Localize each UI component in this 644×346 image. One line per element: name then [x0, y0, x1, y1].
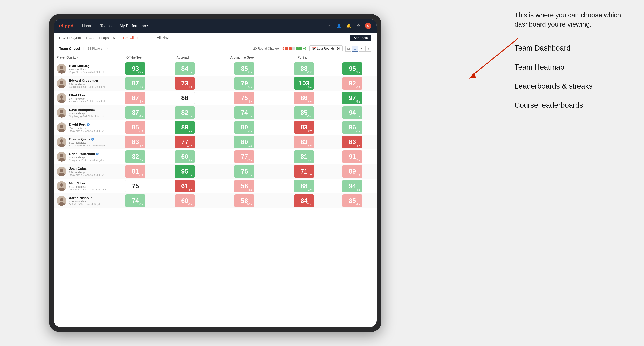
col-approach[interactable]: Approach — [161, 54, 209, 61]
score-cell-4-0: 85 -3▼ [110, 120, 161, 135]
settings-icon[interactable]: ⚙ [355, 23, 362, 29]
score-box: 81 -3▼ [125, 165, 146, 178]
score-value: 77 [241, 154, 248, 160]
profile-icon[interactable]: 👤 [336, 23, 342, 29]
player-handicap: 1-5 Handicap [69, 171, 108, 173]
score-value: 85 [349, 198, 356, 204]
edit-icon[interactable]: ✎ [106, 47, 109, 50]
score-value: 89 [181, 124, 188, 131]
player-info: David Ford✓ Plus Handicap Royal North De… [69, 123, 108, 132]
player-info: Chris Robertson✓ 1-5 Handicap Craigmilla… [69, 152, 108, 162]
ipad-frame: clippd Home Teams My Performance ⌕ 👤 🔔 ⚙… [49, 14, 382, 332]
player-cell-0[interactable]: Blair McHarg Plus Handicap Royal North D… [54, 61, 110, 76]
avatar[interactable]: U [365, 23, 371, 29]
search-icon[interactable]: ⌕ [326, 23, 332, 29]
svg-point-13 [60, 125, 63, 128]
player-club: St. George's Hill GC - Weybridge, Surrey… [69, 144, 108, 147]
player-handicap: 6-10 Handicap [69, 185, 108, 188]
score-cell-2-0: 87 -3▼ [110, 91, 161, 105]
score-cell-9-4: 85 -4▼ [328, 193, 376, 208]
player-info: Edward Crossman 1-5 Handicap Sunningdale… [69, 79, 108, 88]
score-box: 89 -2▼ [342, 165, 362, 178]
score-box: 58 4▲ [234, 180, 254, 192]
subnav-tour[interactable]: Tour [145, 35, 152, 41]
player-cell-6[interactable]: Chris Robertson✓ 1-5 Handicap Craigmilla… [54, 149, 110, 164]
view-list-btn[interactable]: ≡ [359, 46, 365, 51]
score-box: 80 1▲ [234, 136, 254, 148]
view-grid-btn[interactable]: ▦ [346, 46, 352, 51]
score-box: 88 -2▼ [294, 180, 314, 192]
view-heatmap-btn[interactable]: ▤ [352, 46, 358, 51]
score-cell-1-1: 73 -11▼ [161, 76, 209, 91]
score-value: 81 [300, 154, 308, 160]
score-value: 75 [241, 168, 248, 174]
score-cell-6-3: 81 4▲ [280, 149, 328, 164]
nav-my-performance[interactable]: My Performance [118, 23, 149, 29]
subnav-all-players[interactable]: All Players [157, 35, 173, 41]
option-team-heatmap: Team Heatmap [514, 62, 634, 72]
score-change: -11▼ [306, 173, 312, 177]
player-cell-9[interactable]: Aaron Nicholls 11-15 Handicap Drift Golf… [54, 193, 110, 208]
col-putting[interactable]: Putting — [280, 54, 328, 61]
score-value: 74 [132, 198, 139, 204]
score-change: -3▼ [138, 100, 144, 103]
score-change: -2▼ [356, 173, 361, 177]
subnav-pga[interactable]: PGA [86, 35, 94, 41]
dashboard-options: Team Dashboard Team Heatmap Leaderboards… [514, 43, 634, 110]
score-cell-7-4: 89 -2▼ [328, 164, 376, 179]
player-club: Woburn Golf Club, United Kingdom [69, 188, 108, 191]
score-value: 89 [349, 168, 356, 174]
subnav-hcaps[interactable]: Hcaps 1-5 [99, 35, 115, 41]
score-box: 85 -3▼ [294, 106, 314, 119]
ipad-screen: clippd Home Teams My Performance ⌕ 👤 🔔 ⚙… [54, 19, 376, 327]
bell-icon[interactable]: 🔔 [346, 23, 352, 29]
player-cell-7[interactable]: Josh Coles 1-5 Handicap Royal North Devo… [54, 164, 110, 179]
player-club: Royal North Devon Golf Club, United King… [69, 130, 108, 132]
player-cell-5[interactable]: Charlie Quick✓ 6-10 Handicap St. George'… [54, 135, 110, 149]
score-box: 95 9▲ [342, 62, 362, 75]
score-value: 95 [181, 168, 188, 174]
player-cell-1[interactable]: Edward Crossman 1-5 Handicap Sunningdale… [54, 76, 110, 91]
player-cell-4[interactable]: David Ford✓ Plus Handicap Royal North De… [54, 120, 110, 135]
score-change: -3▼ [248, 100, 253, 103]
score-change: -3▼ [307, 115, 312, 118]
score-cell-0-3: 88 -1▼ [280, 61, 328, 76]
player-club: Royal North Devon Golf Club, United King… [69, 173, 108, 176]
score-value: 61 [181, 183, 188, 189]
score-change: 6▲ [189, 71, 193, 74]
col-player-quality[interactable]: Player Quality ▾ [54, 54, 110, 61]
player-name: Charlie Quick✓ [69, 137, 108, 141]
score-box: 96 3▲ [342, 121, 362, 134]
add-team-button[interactable]: Add Team [350, 35, 371, 41]
player-count: 14 Players [88, 47, 102, 50]
score-value: 83 [300, 139, 308, 145]
player-handicap: Plus Handicap [69, 68, 108, 71]
score-box: 87 4▲ [125, 106, 146, 119]
score-cell-6-4: 91 -3▼ [328, 149, 376, 164]
score-value: 82 [132, 154, 139, 160]
score-box: 88 -1▼ [294, 62, 314, 75]
player-cell-2[interactable]: Elliot Ebert 1-5 Handicap Sunningdale Go… [54, 91, 110, 105]
subnav-team-clippd[interactable]: Team Clippd [120, 35, 140, 41]
score-cell-3-2: 74 1▲ [209, 105, 280, 120]
col-around-green[interactable]: Around the Green — [209, 54, 280, 61]
score-box: 84 -21▼ [294, 194, 314, 207]
player-cell-3[interactable]: Dave Billingham 1-5 Handicap Gog Magog G… [54, 105, 110, 120]
player-cell-8[interactable]: Matt Miller 6-10 Handicap Woburn Golf Cl… [54, 179, 110, 193]
player-avatar [57, 108, 66, 118]
table-row: Charlie Quick✓ 6-10 Handicap St. George'… [54, 135, 376, 149]
score-bar-green1 [296, 47, 299, 50]
score-value: 80 [241, 139, 248, 145]
view-download-btn[interactable]: ↓ [366, 46, 371, 51]
table-row: Dave Billingham 1-5 Handicap Gog Magog G… [54, 105, 376, 120]
score-cell-4-4: 96 3▲ [328, 120, 376, 135]
score-box: 91 -3▼ [342, 151, 362, 163]
score-change: -3▼ [356, 159, 361, 162]
col-off-tee[interactable]: Off the Tee — [110, 54, 161, 61]
player-club: Gog Magog Golf Club, United Kingdom [69, 115, 108, 118]
nav-home[interactable]: Home [80, 23, 94, 29]
nav-teams[interactable]: Teams [99, 23, 113, 29]
last-rounds-button[interactable]: 📅 Last Rounds: 20 [310, 45, 343, 52]
subnav-pgat[interactable]: PGAT Players [59, 35, 81, 41]
score-box: 73 -11▼ [175, 77, 195, 90]
